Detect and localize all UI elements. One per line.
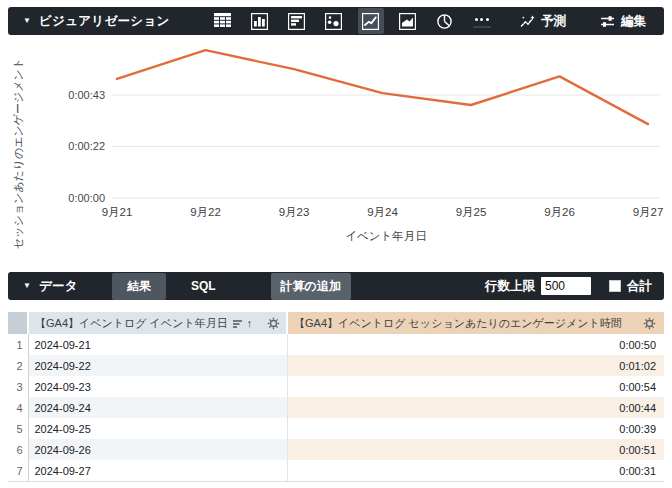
tab-sql[interactable]: SQL: [176, 274, 231, 298]
collapse-caret-icon[interactable]: ▼: [23, 17, 31, 25]
table-chart-icon[interactable]: [210, 8, 236, 34]
data-title: データ: [39, 278, 78, 295]
total-checkbox[interactable]: [609, 280, 621, 292]
chart-type-icon-row: [210, 8, 491, 34]
svg-text:9月27: 9月27: [633, 206, 664, 218]
area-chart-icon[interactable]: [395, 8, 421, 34]
edit-label: 編集: [621, 13, 646, 30]
date-column-header[interactable]: 【GA4】イベントログ イベント年月日 ↑: [28, 312, 287, 334]
pie-chart-icon[interactable]: [432, 8, 458, 34]
chart-panel: 0:00:000:00:220:00:439月219月229月239月249月2…: [0, 36, 672, 262]
table-row: 32024-09-230:00:54: [8, 376, 664, 397]
forecast-label: 予測: [541, 13, 566, 30]
svg-text:9月22: 9月22: [190, 206, 221, 218]
tab-results[interactable]: 結果: [112, 273, 166, 300]
value-cell: 0:01:02: [287, 355, 664, 376]
value-column-header[interactable]: 【GA4】イベントログ セッションあたりのエンゲージメント時間: [287, 312, 664, 334]
visualization-toolbar: ▼ ビジュアリゼーション: [8, 7, 664, 35]
value-cell: 0:00:31: [287, 460, 664, 482]
line-chart-icon[interactable]: [358, 8, 384, 34]
sliders-icon: [600, 14, 615, 29]
svg-text:0:00:00: 0:00:00: [68, 192, 105, 204]
more-options-icon[interactable]: [473, 14, 491, 28]
row-number-header: [8, 312, 28, 334]
result-table: 【GA4】イベントログ イベント年月日 ↑: [8, 312, 664, 482]
date-cell: 2024-09-21: [28, 334, 287, 355]
edit-button[interactable]: 編集: [600, 13, 646, 30]
data-toolbar: ▼ データ 結果 SQL 計算の追加 行数上限 合計: [8, 272, 664, 300]
gear-icon[interactable]: [643, 317, 656, 330]
row-limit-group: 行数上限 合計: [485, 277, 652, 295]
row-number: 4: [8, 397, 28, 418]
value-cell: 0:00:39: [287, 418, 664, 439]
date-cell: 2024-09-22: [28, 355, 287, 376]
row-number: 5: [8, 418, 28, 439]
row-limit-input[interactable]: [541, 277, 591, 295]
svg-text:0:00:43: 0:00:43: [68, 89, 105, 101]
row-limit-label: 行数上限: [485, 278, 535, 295]
add-calculation-button[interactable]: 計算の追加: [271, 273, 351, 300]
collapse-caret-icon[interactable]: ▼: [23, 282, 31, 290]
date-column-title: 【GA4】イベントログ イベント年月日: [35, 316, 228, 331]
date-cell: 2024-09-23: [28, 376, 287, 397]
value-column-title: 【GA4】イベントログ セッションあたりのエンゲージメント時間: [294, 316, 622, 331]
svg-text:イベント年月日: イベント年月日: [345, 230, 427, 242]
forecast-sparkle-icon: [520, 14, 535, 29]
svg-text:0:00:22: 0:00:22: [68, 140, 105, 152]
date-cell: 2024-09-24: [28, 397, 287, 418]
svg-text:9月21: 9月21: [102, 206, 133, 218]
total-label: 合計: [627, 278, 652, 295]
bar-chart-icon[interactable]: [247, 8, 273, 34]
svg-text:9月23: 9月23: [279, 206, 310, 218]
row-number: 3: [8, 376, 28, 397]
forecast-button[interactable]: 予測: [520, 13, 566, 30]
table-row: 52024-09-250:00:39: [8, 418, 664, 439]
scatter-chart-icon[interactable]: [321, 8, 347, 34]
row-number: 2: [8, 355, 28, 376]
line-chart: 0:00:000:00:220:00:439月219月229月239月249月2…: [0, 36, 672, 262]
gear-icon[interactable]: [267, 317, 280, 330]
visualization-title: ビジュアリゼーション: [39, 13, 170, 30]
date-cell: 2024-09-25: [28, 418, 287, 439]
svg-text:9月25: 9月25: [456, 206, 487, 218]
row-number: 6: [8, 439, 28, 460]
table-row: 72024-09-270:00:31: [8, 460, 664, 482]
table-row: 42024-09-240:00:44: [8, 397, 664, 418]
svg-text:セッションあたりのエンゲージメント: セッションあたりのエンゲージメント: [12, 58, 24, 249]
sort-asc-icon: ↑: [247, 317, 253, 329]
value-cell: 0:00:50: [287, 334, 664, 355]
date-cell: 2024-09-26: [28, 439, 287, 460]
row-number: 7: [8, 460, 28, 482]
filter-icon[interactable]: [232, 318, 243, 329]
value-cell: 0:00:44: [287, 397, 664, 418]
value-cell: 0:00:54: [287, 376, 664, 397]
date-cell: 2024-09-27: [28, 460, 287, 482]
svg-text:9月24: 9月24: [367, 206, 398, 218]
table-row: 22024-09-220:01:02: [8, 355, 664, 376]
table-row: 12024-09-210:00:50: [8, 334, 664, 355]
hbar-chart-icon[interactable]: [284, 8, 310, 34]
svg-text:9月26: 9月26: [544, 206, 575, 218]
row-number: 1: [8, 334, 28, 355]
table-row: 62024-09-260:00:51: [8, 439, 664, 460]
value-cell: 0:00:51: [287, 439, 664, 460]
